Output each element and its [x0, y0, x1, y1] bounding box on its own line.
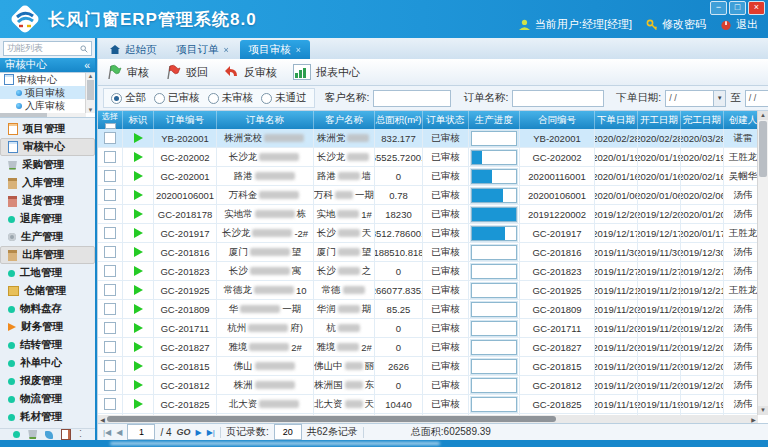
column-header-订单状态[interactable]: 订单状态 [423, 111, 469, 129]
change-password-button[interactable]: 修改密码 [646, 17, 706, 32]
radio-已审核[interactable]: 已审核 [154, 91, 200, 105]
tab-项目订单[interactable]: 项目订单× [168, 40, 238, 59]
radio-未审核[interactable]: 未审核 [208, 91, 254, 105]
table-row[interactable]: GC-2018178实地常栋实地1#18230已审核20191220002201… [98, 205, 758, 224]
table-row[interactable]: GC-201809华一期华润期85.25已审核GC-2018092019/11/… [98, 300, 758, 319]
window-restore-button[interactable]: □ [729, 1, 746, 15]
tab-close-icon[interactable]: × [296, 45, 301, 55]
sidebar-item-项目管理[interactable]: 项目管理 [0, 120, 95, 138]
table-row[interactable]: YB-202001株洲党校株洲党832.177已审核YB-2020012020/… [98, 129, 758, 148]
page-size-input[interactable] [274, 424, 302, 440]
row-checkbox[interactable] [104, 227, 116, 239]
tree-horizontal-scrollbar[interactable] [0, 113, 86, 117]
column-header-合同编号[interactable]: 合同编号 [520, 111, 595, 129]
row-checkbox[interactable] [104, 170, 116, 182]
table-row[interactable]: GC-201825北大资北大资天10440已审核GC-2018252019/11… [98, 395, 758, 414]
row-checkbox[interactable] [104, 246, 116, 258]
column-header-订单名称[interactable]: 订单名称 [217, 111, 314, 129]
scroll-up-icon[interactable]: ▲ [758, 111, 768, 120]
column-header-订单编号[interactable]: 订单编号 [154, 111, 217, 129]
sidebar-item-财务管理[interactable]: 财务管理 [0, 318, 95, 336]
row-checkbox[interactable] [104, 360, 116, 372]
last-page-button[interactable]: ▶| [207, 428, 215, 437]
window-minimize-button[interactable]: − [710, 1, 727, 15]
cart-icon[interactable] [28, 430, 37, 439]
tree-item-项目审核[interactable]: 项目审核 [0, 86, 95, 99]
sidebar-item-耗材管理[interactable]: 耗材管理 [0, 408, 95, 426]
more-icon[interactable]: ⁚ [79, 432, 82, 438]
table-row[interactable]: GC-201917长沙龙-2#长沙天8512.78600..已审核GC-2019… [98, 224, 758, 243]
horizontal-scroll-thumb[interactable] [107, 416, 556, 422]
sidebar-item-仓储管理[interactable]: 仓储管理 [0, 282, 95, 300]
column-header-下单日期[interactable]: 下单日期 [595, 111, 638, 129]
row-checkbox[interactable] [104, 379, 116, 391]
sidebar-item-生产管理[interactable]: 生产管理 [0, 228, 95, 246]
table-row[interactable]: GC-202001路港路港墙0已审核202001160012020/01/162… [98, 167, 758, 186]
sidebar-item-退货管理[interactable]: 退货管理 [0, 192, 95, 210]
column-header-总面积(m²)[interactable]: 总面积(m²) [375, 111, 423, 129]
sidebar-item-物流管理[interactable]: 物流管理 [0, 390, 95, 408]
go-button[interactable]: GO [177, 427, 191, 437]
table-horizontal-scrollbar[interactable]: ◀ ▶ [98, 415, 758, 423]
window-close-button[interactable]: × [748, 1, 765, 15]
scroll-right-icon[interactable]: ▶ [749, 416, 758, 423]
sidebar-item-审核中心[interactable]: 审核中心 [0, 138, 95, 156]
table-row[interactable]: GC-201816厦门望厦门望188510.818已审核GC-201816201… [98, 243, 758, 262]
驳回-button[interactable]: 驳回 [165, 64, 208, 80]
customer-name-input[interactable] [373, 90, 451, 107]
tree-item-入库审核[interactable]: 入库审核 [0, 99, 95, 112]
table-row[interactable]: GC-201827雅境2#雅境2#0已审核GC-2018272019/11/20… [98, 338, 758, 357]
sidebar-item-退库管理[interactable]: 退库管理 [0, 210, 95, 228]
table-row[interactable]: 20200106001万科金万科一期0.78已审核202001060012020… [98, 186, 758, 205]
order-name-input[interactable] [512, 90, 604, 107]
row-checkbox[interactable] [104, 132, 116, 144]
审核-button[interactable]: 审核 [106, 64, 149, 80]
status-dot-icon[interactable] [13, 431, 20, 438]
table-row[interactable]: GC-201925常德龙10常德266077.835..已审核GC-201925… [98, 281, 758, 300]
next-page-button[interactable]: ▶ [196, 428, 202, 437]
table-row[interactable]: GC-201823长沙寓长沙之0已审核GC-2018232019/11/2720… [98, 262, 758, 281]
table-row[interactable]: GC-202002长沙龙长沙龙65525.7200..已审核GC-2020022… [98, 148, 758, 167]
row-checkbox[interactable] [104, 265, 116, 277]
sidebar-item-入库管理[interactable]: 入库管理 [0, 174, 95, 192]
first-page-button[interactable]: |◀ [103, 428, 111, 437]
radio-全部[interactable]: 全部 [111, 91, 146, 105]
row-checkbox[interactable] [104, 208, 116, 220]
row-checkbox[interactable] [104, 189, 116, 201]
sidebar-item-物料盘存[interactable]: 物料盘存 [0, 300, 95, 318]
row-checkbox[interactable] [104, 303, 116, 315]
order-date-input[interactable]: / /▼ [665, 90, 726, 107]
table-row[interactable]: GC-201812株洲株洲国东0已审核GC-2018122019/11/2020… [98, 376, 758, 395]
vertical-scroll-thumb[interactable] [759, 121, 767, 177]
brush-icon[interactable] [45, 431, 53, 439]
column-header-完工日期[interactable]: 完工日期 [681, 111, 724, 129]
table-row[interactable]: GC-201815佛山佛山中丽2626已审核GC-2018152019/11/2… [98, 357, 758, 376]
scroll-left-icon[interactable]: ◀ [98, 416, 107, 423]
column-header-选择[interactable]: 选择 [98, 111, 123, 129]
radio-未通过[interactable]: 未通过 [261, 91, 307, 105]
sidebar-item-补单中心[interactable]: 补单中心 [0, 354, 95, 372]
sidebar-item-出库管理[interactable]: 出库管理 [0, 246, 95, 264]
sidebar-item-工地管理[interactable]: 工地管理 [0, 264, 95, 282]
column-header-标识[interactable]: 标识 [123, 111, 154, 129]
报表中心-button[interactable]: 报表中心 [293, 64, 360, 80]
row-checkbox[interactable] [104, 322, 116, 334]
sidebar-item-采购管理[interactable]: 采购管理 [0, 156, 95, 174]
tab-close-icon[interactable]: × [224, 45, 229, 55]
order-date-end-input[interactable]: / /▼ [745, 90, 768, 107]
row-checkbox[interactable] [104, 151, 116, 163]
sidebar-item-结转管理[interactable]: 结转管理 [0, 336, 95, 354]
tree-root-audit-center[interactable]: 审核中心 [0, 73, 95, 86]
page-number-input[interactable] [127, 424, 155, 440]
sidebar-item-报废管理[interactable]: 报废管理 [0, 372, 95, 390]
tree-vertical-scrollbar[interactable]: ▲▼ [85, 73, 95, 113]
function-search-input[interactable]: 功能列表 [3, 41, 92, 56]
logout-button[interactable]: 退出 [720, 17, 758, 32]
tab-项目审核[interactable]: 项目审核× [240, 40, 310, 59]
row-checkbox[interactable] [104, 398, 116, 410]
tab-起始页[interactable]: 起始页 [101, 40, 166, 59]
prev-page-button[interactable]: ◀ [116, 428, 122, 437]
scroll-down-icon[interactable]: ▼ [758, 406, 768, 415]
column-header-开工日期[interactable]: 开工日期 [638, 111, 681, 129]
report-icon[interactable] [61, 429, 71, 440]
